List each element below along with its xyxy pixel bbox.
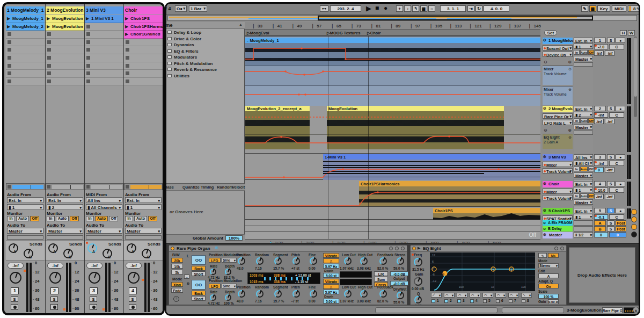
solo-button[interactable]: S (607, 226, 614, 232)
short-button[interactable]: Short (192, 296, 206, 301)
solo-button[interactable]: S (607, 106, 614, 111)
clip-play-icon[interactable]: ▶ (47, 24, 50, 29)
volume-value[interactable]: -Inf (8, 263, 24, 269)
param-knob[interactable] (379, 257, 387, 265)
lane-remove-icon[interactable]: ⊖ (568, 88, 572, 92)
device-title[interactable]: Rare Pipe Organ (177, 246, 210, 251)
arm-button[interactable] (129, 304, 136, 310)
monitor-auto-button[interactable]: Auto (134, 216, 147, 221)
clip-play-icon[interactable]: ▶ (125, 32, 128, 37)
band-filter-select[interactable]: ⟍▾ (521, 293, 532, 298)
session-clip[interactable]: ▶Choir1Grained (124, 31, 163, 39)
route-to-select[interactable]: Master▾ (7, 228, 43, 234)
clip-stop-button[interactable] (8, 40, 11, 44)
band-filter-select[interactable]: ◠▾ (457, 293, 467, 298)
session-record-button[interactable]: ▦ (420, 5, 427, 12)
send-a-field[interactable]: -inf (594, 119, 604, 124)
track-number-button[interactable]: 2 (50, 287, 58, 294)
clip-stop-button[interactable] (8, 71, 11, 75)
monitor-auto-button[interactable]: Auto (580, 193, 588, 198)
draw-mode-button[interactable]: ▦ (589, 5, 596, 12)
clip-choir1ps[interactable]: Choir1PS (433, 208, 540, 213)
clip-slot[interactable] (6, 62, 45, 70)
param-knob[interactable] (292, 290, 300, 298)
loop-length-field[interactable]: 4. 0. 0 (484, 5, 509, 12)
device-view-toggle-icon[interactable]: ▲ (633, 307, 639, 313)
band-filter-select[interactable]: ◠▾ (508, 293, 519, 298)
edit-button[interactable]: A (538, 273, 559, 278)
solo-button[interactable]: S (11, 297, 18, 302)
lfo-button[interactable]: LFO (209, 258, 221, 263)
pan-field[interactable]: C (609, 187, 624, 193)
clip-stop-button[interactable] (126, 80, 129, 83)
send-b-field[interactable]: -inf (605, 167, 614, 172)
eq-title[interactable]: EQ Eight (423, 246, 441, 251)
automation-device-select[interactable]: Mixer▾ (543, 189, 573, 194)
track-header-4[interactable]: ⊙ChoirMixer▾Track Volume▾Ext. In▾▮ 1▾InA… (543, 181, 632, 207)
vertical-scrollbar[interactable] (634, 37, 637, 117)
return-header-A[interactable]: ⊙A Efx FRAGMASPost (543, 220, 632, 226)
solo-button[interactable]: S (50, 297, 58, 302)
lfo-button[interactable]: LFO (209, 284, 221, 288)
band-filter-select[interactable]: ◠▾ (482, 293, 493, 298)
clip-slot[interactable] (46, 46, 84, 54)
track-header-5[interactable]: ⊙5 Choir1PSSPAT Spatial▾Ext. In▾▮ 1▾5S●-… (543, 208, 632, 220)
short-button[interactable]: Short (192, 271, 206, 276)
lane-remove-icon[interactable]: ⊖ (568, 67, 572, 71)
volume-field[interactable]: -inf (594, 112, 608, 118)
monitor-in-button[interactable]: In (86, 216, 94, 221)
volume-value[interactable]: -Inf (86, 263, 103, 269)
pan-position-box[interactable]: OO (192, 280, 206, 290)
device-on-led[interactable] (171, 247, 174, 250)
route-to-select[interactable]: Master▾ (125, 228, 162, 234)
clip-stop-button[interactable] (86, 32, 90, 36)
key-map-button[interactable]: Key (597, 5, 610, 12)
band-enable-checkbox[interactable] (470, 299, 474, 303)
monitor-in-button[interactable]: In (47, 216, 55, 221)
metronome-button[interactable]: O●▾ (175, 5, 187, 12)
route-to-select[interactable]: Master▾ (86, 228, 122, 234)
band-enable-checkbox[interactable] (483, 299, 487, 303)
session-clip[interactable]: ▶1-Mini V3 1 (85, 15, 123, 23)
returns-section-toggle-icon[interactable] (631, 216, 637, 222)
monitor-in-button[interactable]: In (574, 118, 580, 123)
session-clip[interactable]: ▶Choir1PSHarmonics (124, 23, 163, 31)
send-b-knob[interactable] (142, 249, 151, 258)
track-number-button[interactable]: 1 (594, 38, 606, 43)
loop-start-field[interactable]: 3. 1. 1 (440, 5, 466, 12)
remove-lane-icon[interactable]: ⊖ (544, 128, 547, 133)
output-select[interactable]: Master▾ (574, 124, 593, 129)
monitor-off-button[interactable]: Off (588, 118, 594, 123)
clip-play-icon[interactable]: ▶ (125, 16, 128, 21)
clip-stop-button[interactable] (8, 80, 11, 83)
clip-moogmelody1[interactable]: ⌐ MoogMelody_1 (245, 38, 540, 43)
fold-icon[interactable]: ⊙ (543, 155, 546, 159)
save-preset-icon[interactable] (395, 247, 399, 250)
route-channel-select[interactable]: ▮ 1▾ (7, 204, 43, 210)
automation-lane-header[interactable]: EQ Eight2 Gain A⊖ (543, 134, 573, 149)
clip-slot[interactable] (6, 78, 45, 86)
param-knob[interactable] (379, 290, 387, 298)
track-header-3[interactable]: ⊙3 Mini V3Mixer▾Track Volume▾All Ins▾▮ A… (543, 154, 632, 180)
punch-in-button[interactable]: ⇥ (467, 5, 474, 12)
session-clip[interactable]: ▶Choir1PS (124, 15, 163, 23)
clip-slot[interactable] (85, 62, 123, 70)
stop-button[interactable]: ■ (375, 4, 379, 12)
send-b-knob[interactable] (24, 249, 33, 258)
session-clip[interactable]: ▶MoogMelody_2 (6, 23, 45, 31)
track-name-cell[interactable]: ⊙1 MoogMelody_1 (543, 38, 573, 44)
send-b-field[interactable]: -inf (605, 50, 614, 56)
clip-slot[interactable] (6, 46, 45, 54)
clip-stop-button[interactable] (126, 71, 129, 75)
clip-stop-button[interactable] (8, 48, 11, 52)
browser-folder-row[interactable]: Drive & Color (166, 36, 245, 42)
automation-lane-header[interactable]: MixerTrack Volume⊖ (543, 66, 573, 85)
clip-stop-button[interactable] (86, 64, 90, 68)
param-knob[interactable] (310, 290, 317, 298)
follow-button[interactable]: ⊷ (320, 5, 328, 12)
send-b-field[interactable]: -inf (605, 194, 614, 199)
clip-slot[interactable] (85, 23, 123, 31)
band-filter-select[interactable]: ◠▾ (495, 293, 506, 298)
browser-folder-row[interactable]: Delay & Loop (166, 30, 245, 35)
monitor-in-button[interactable]: In (125, 216, 133, 221)
